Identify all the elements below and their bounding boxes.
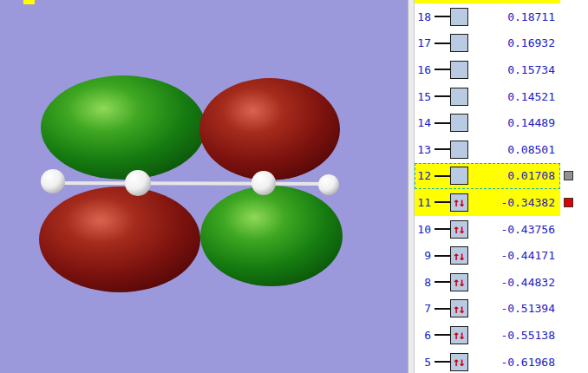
orbital-index: 18 [416,10,431,23]
orbital-row[interactable]: 9 ↑↓ -0.44171 [415,242,588,269]
orbital-level-box[interactable] [450,61,468,79]
orbital-lobe-bottom-left-red [39,186,200,292]
orbital-index: 8 [416,276,431,289]
hydrogen-atom [41,169,65,193]
level-tick [434,43,450,44]
orbital-index: 14 [416,116,431,129]
electron-arrows-icon: ↑↓ [453,303,466,315]
orbital-row[interactable]: 7 ↑↓ -0.51394 [415,296,588,323]
electron-arrows-icon: ↑↓ [453,250,466,262]
orbital-level-box[interactable] [450,114,468,132]
orbital-level-box[interactable]: ↑↓ [450,193,468,212]
highlight-artifact [23,0,35,4]
orbital-row[interactable]: 12 0.01708 [415,163,588,190]
electron-arrows-icon: ↑↓ [453,196,466,208]
orbital-level-box[interactable]: ↑↓ [450,326,468,344]
orbital-index: 15 [416,90,431,103]
orbital-index: 10 [416,223,431,236]
orbital-list: 18 0.18711 17 0.16932 16 0.15734 15 0.14… [415,0,588,373]
electron-arrows-icon: ↑↓ [453,223,466,235]
orbital-energy: -0.44832 [482,276,555,289]
orbital-row[interactable]: 8 ↑↓ -0.44832 [415,269,588,296]
orbital-row[interactable]: 13 0.08501 [415,136,588,163]
orbital-level-box[interactable]: ↑↓ [450,246,468,265]
orbital-index: 7 [416,302,431,315]
orbital-energy: -0.51394 [482,302,555,315]
electron-arrows-icon: ↑↓ [453,276,466,288]
orbital-index: 6 [416,329,431,342]
orbital-row[interactable]: 10 ↑↓ -0.43756 [415,216,588,243]
orbital-energy: -0.34382 [482,196,555,209]
orbital-index: 5 [416,356,431,369]
orbital-energy: 0.14489 [482,116,555,129]
electron-arrows-icon: ↑↓ [453,356,466,368]
orbital-energy: -0.44171 [482,249,555,262]
level-tick [434,308,450,310]
orbital-level-box[interactable] [450,88,468,106]
level-tick [434,122,450,124]
level-tick [434,361,450,363]
orbital-index: 11 [416,196,431,209]
orbital-lobe-top-left-green [41,75,206,180]
orbital-isosurface-render [0,0,408,373]
orbital-row[interactable]: 6 ↑↓ -0.55138 [415,322,588,349]
orbital-color-swatch [564,198,573,207]
orbital-row[interactable]: 15 0.14521 [415,83,588,110]
panel-scrollbar[interactable] [408,0,415,373]
level-tick [434,148,450,150]
orbital-lobe-bottom-right-green [200,186,343,286]
orbital-row[interactable]: 14 0.14489 [415,109,588,136]
orbital-level-box[interactable] [450,8,468,26]
orbital-index: 9 [416,249,431,262]
orbital-energy: 0.16932 [482,36,555,49]
orbital-row[interactable]: 17 0.16932 [415,30,588,57]
orbital-energy: -0.43756 [482,223,555,236]
orbital-level-box[interactable] [450,141,468,159]
orbital-level-box[interactable] [450,34,468,52]
orbital-index: 16 [416,63,431,76]
level-tick [434,334,450,336]
orbital-row[interactable]: 16 0.15734 [415,56,588,83]
orbital-energy: -0.61968 [482,356,555,369]
orbital-energy: 0.15734 [482,63,555,76]
level-tick [434,175,450,177]
level-tick [434,69,450,70]
orbital-color-swatch [564,171,573,180]
hydrogen-atom [125,170,151,196]
app-window: 18 0.18711 17 0.16932 16 0.15734 15 0.14… [0,0,588,373]
orbital-energy: 0.14521 [482,90,555,103]
orbital-level-box[interactable] [450,167,468,185]
orbital-level-box[interactable]: ↑↓ [450,220,468,239]
orbital-lobe-top-right-red [199,78,340,180]
orbital-energy: 0.18711 [482,10,555,23]
orbital-row[interactable]: 5 ↑↓ -0.61968 [415,349,588,373]
orbital-index: 12 [416,169,431,182]
orbital-energy: 0.08501 [482,143,555,156]
level-tick [434,228,450,230]
level-tick [434,16,450,17]
level-tick [434,95,450,97]
orbital-index: 13 [416,143,431,156]
orbital-level-box[interactable]: ↑↓ [450,299,468,317]
orbital-level-box[interactable]: ↑↓ [450,353,468,371]
orbital-energy: 0.01708 [482,169,555,182]
bond-line [50,183,331,184]
orbital-energy: -0.55138 [482,329,555,342]
molecule-viewport[interactable] [0,0,408,373]
orbital-row[interactable]: 11 ↑↓ -0.34382 [415,189,588,216]
hydrogen-atom [318,174,339,195]
orbital-level-box[interactable]: ↑↓ [450,273,468,291]
level-tick [434,255,450,257]
level-tick [434,201,450,203]
orbital-row[interactable]: 18 0.18711 [415,3,588,30]
level-tick [434,281,450,283]
electron-arrows-icon: ↑↓ [453,329,466,341]
orbital-index: 17 [416,36,431,49]
hydrogen-atom [252,171,276,195]
